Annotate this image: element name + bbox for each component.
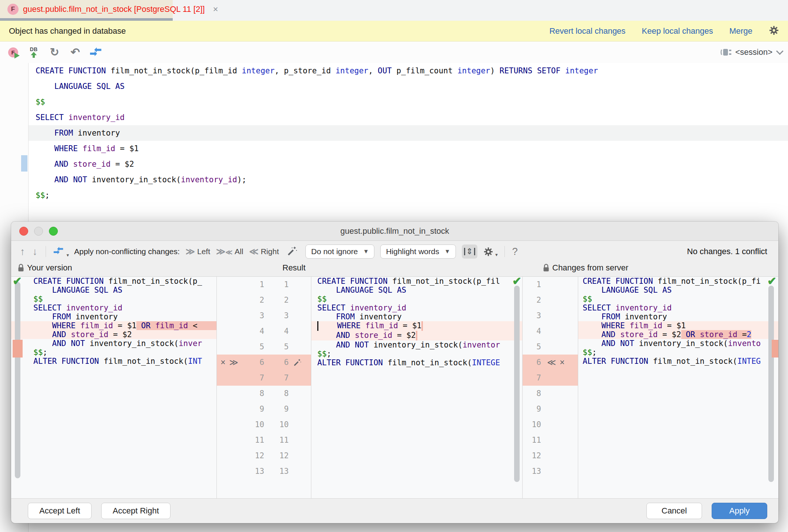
result-line-number: 4 (264, 327, 289, 336)
code-line: WHERE film_id = $1 (311, 321, 522, 331)
left-error-stripe-marker[interactable] (13, 340, 23, 358)
session-selector[interactable]: <session> (721, 47, 781, 57)
apply-all-action[interactable]: ≫≪ All (216, 246, 243, 257)
banner-actions: Revert local changes Keep local changes … (549, 25, 779, 37)
right-line-number: 13 (523, 467, 541, 476)
banner-message: Object has changed in database (9, 26, 126, 36)
left-resolved-check-icon: ✔ (13, 275, 22, 287)
right-panel-scrollbar[interactable] (768, 286, 774, 482)
gutter-row: 33 (217, 308, 311, 323)
right-line-number: 6 (523, 358, 541, 367)
right-error-stripe-marker[interactable] (772, 340, 778, 358)
merge-panel-headers: Your version Result Changes from server (11, 262, 778, 276)
result-panel-header: Result (282, 263, 305, 273)
apply-right-action[interactable]: ≪ Right (249, 246, 279, 257)
left-panel-header: Your version (18, 263, 72, 273)
previous-change-icon[interactable]: ↑ (19, 247, 26, 257)
apply-left-action[interactable]: ≫ Left (186, 246, 210, 257)
apply-right-icon: ≫ (229, 358, 238, 368)
toolbar-divider (504, 246, 505, 257)
tab-bar: F guest.public.film_not_in_stock [Postgr… (0, 0, 788, 21)
result-line-number: 3 (264, 311, 289, 320)
right-line-number: 12 (523, 451, 541, 460)
dialog-titlebar[interactable]: guest.public.film_not_in_stock (11, 222, 778, 241)
highlight-mode-dropdown[interactable]: Highlight words▼ (380, 245, 456, 259)
left-line-number: 13 (244, 467, 264, 476)
gutter-row: 5 (523, 339, 578, 355)
left-line-number: 10 (244, 420, 264, 429)
editor-code[interactable]: CREATE FUNCTION film_not_in_stock(p_film… (0, 63, 788, 203)
gutter-row: 4 (523, 323, 578, 339)
gutter-row: 7 (523, 370, 578, 386)
left-line-number: 2 (244, 296, 264, 305)
result-panel[interactable]: CREATE FUNCTION film_not_in_stock(p_fil … (311, 277, 523, 498)
result-line-number: 13 (264, 467, 289, 476)
caret-down-icon: ▾ (66, 252, 69, 258)
merge-gear-icon[interactable]: ▾ (483, 247, 493, 257)
merge-toolbar: ↑ ↓ ▾ Apply non-conflicting changes: ≫ L… (11, 241, 778, 262)
apply-nonconflicting-label: Apply non-conflicting changes: (74, 247, 180, 256)
magic-resolve-icon[interactable] (287, 246, 297, 258)
right-line-number: 9 (523, 405, 541, 413)
code-line: AND NOT inventory_in_stock(invento (578, 339, 778, 348)
next-change-icon[interactable]: ↓ (32, 247, 39, 257)
apply-button[interactable]: Apply (712, 503, 767, 519)
server-version-panel[interactable]: CREATE FUNCTION film_not_in_stock(p_fi L… (578, 277, 778, 498)
chevrons-both-icon: ≫≪ (216, 246, 232, 257)
cancel-button[interactable]: Cancel (646, 503, 702, 519)
submit-to-database-icon[interactable]: DB (27, 46, 40, 59)
result-line-number: 10 (264, 420, 289, 429)
ignore-policy-dropdown[interactable]: Do not ignore▼ (305, 245, 374, 259)
code-line: $$; (578, 348, 778, 357)
result-line-number: 12 (264, 451, 289, 460)
refresh-icon[interactable]: ↻ (48, 46, 61, 59)
right-line-number: 5 (523, 342, 541, 351)
merge-link[interactable]: Merge (729, 26, 752, 36)
code-line: AND NOT inventory_in_stock(inver (11, 339, 216, 348)
gutter-row: 55 (217, 339, 311, 355)
editor-tab[interactable]: F guest.public.film_not_in_stock [Postgr… (0, 0, 173, 18)
active-tab-underline (0, 18, 173, 21)
result-panel-scrollbar[interactable] (514, 286, 520, 482)
result-line-number: 8 (264, 389, 289, 398)
editor-toolbar: F DB ↻ ↶ <session> (0, 41, 788, 63)
accept-right-button[interactable]: Accept Right (101, 503, 170, 519)
resolve-magic-icon[interactable] (289, 358, 305, 366)
keep-local-changes-link[interactable]: Keep local changes (642, 26, 713, 36)
your-version-panel[interactable]: CREATE FUNCTION film_not_in_stock(p_ LAN… (11, 277, 217, 498)
sync-scrolling-toggle[interactable]: ⇕ (462, 245, 477, 259)
result-resolved-check-icon: ✔ (512, 275, 522, 287)
compare-merge-icon[interactable] (90, 46, 102, 59)
result-line-number: 2 (264, 296, 289, 305)
gutter-row: 10 (523, 417, 578, 432)
gutter-row: 12 (523, 448, 578, 463)
apply-change-icons[interactable]: ×≫ (217, 358, 244, 368)
help-icon[interactable]: ? (512, 246, 518, 257)
left-panel-scrollbar[interactable] (15, 282, 20, 478)
code-line: FROM inventory (11, 312, 216, 321)
code-line: AND NOT inventory_in_stock(inventor (311, 340, 522, 349)
lock-icon (18, 264, 24, 272)
code-line: LANGUAGE SQL AS (0, 79, 788, 94)
banner-gear-icon[interactable] (769, 25, 779, 37)
code-line: SELECT inventory_id (0, 110, 788, 125)
result-line-number: 7 (264, 373, 289, 382)
accept-left-button[interactable]: Accept Left (28, 503, 92, 519)
tab-close-icon[interactable]: × (213, 4, 218, 14)
merge-settings-icon[interactable]: ▾ (53, 246, 64, 257)
notification-banner: Object has changed in database Revert lo… (0, 21, 788, 41)
apply-change-icons[interactable]: ≪× (541, 358, 565, 368)
undo-icon[interactable]: ↶ (69, 46, 82, 59)
gutter-row: 6≪× (523, 355, 578, 370)
right-line-number: 11 (523, 436, 541, 445)
run-function-icon[interactable]: F (7, 46, 19, 59)
gutter-row: 1111 (217, 432, 311, 448)
result-line-number: 1 (264, 280, 289, 289)
right-line-number: 2 (523, 296, 541, 305)
left-line-number: 3 (244, 311, 264, 320)
gutter-row: 22 (217, 292, 311, 308)
revert-local-changes-link[interactable]: Revert local changes (549, 26, 625, 36)
code-line: AND store_id = $2 OR store_id =2 (578, 330, 778, 339)
right-panel-header: Changes from server (543, 263, 628, 273)
dropdown-arrow-icon: ▼ (363, 248, 369, 255)
